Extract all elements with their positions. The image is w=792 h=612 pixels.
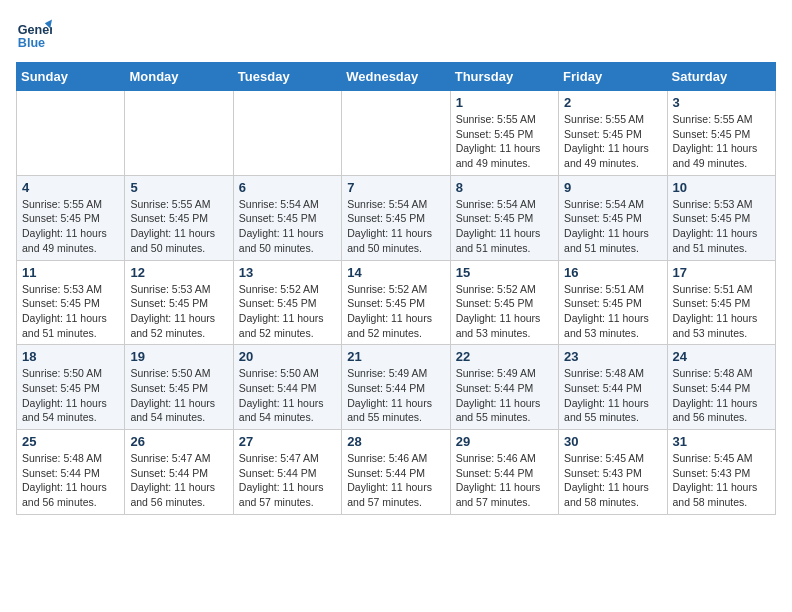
day-number: 10	[673, 180, 770, 195]
day-number: 22	[456, 349, 553, 364]
day-info: Sunrise: 5:52 AM Sunset: 5:45 PM Dayligh…	[347, 282, 444, 341]
day-number: 14	[347, 265, 444, 280]
day-info: Sunrise: 5:46 AM Sunset: 5:44 PM Dayligh…	[456, 451, 553, 510]
day-info: Sunrise: 5:50 AM Sunset: 5:44 PM Dayligh…	[239, 366, 336, 425]
calendar-cell: 17Sunrise: 5:51 AM Sunset: 5:45 PM Dayli…	[667, 260, 775, 345]
week-row-2: 4Sunrise: 5:55 AM Sunset: 5:45 PM Daylig…	[17, 175, 776, 260]
calendar-cell: 28Sunrise: 5:46 AM Sunset: 5:44 PM Dayli…	[342, 430, 450, 515]
calendar-cell	[17, 91, 125, 176]
calendar-cell: 7Sunrise: 5:54 AM Sunset: 5:45 PM Daylig…	[342, 175, 450, 260]
day-info: Sunrise: 5:54 AM Sunset: 5:45 PM Dayligh…	[239, 197, 336, 256]
day-info: Sunrise: 5:49 AM Sunset: 5:44 PM Dayligh…	[347, 366, 444, 425]
day-info: Sunrise: 5:54 AM Sunset: 5:45 PM Dayligh…	[564, 197, 661, 256]
day-number: 23	[564, 349, 661, 364]
day-number: 18	[22, 349, 119, 364]
day-number: 9	[564, 180, 661, 195]
calendar-cell: 29Sunrise: 5:46 AM Sunset: 5:44 PM Dayli…	[450, 430, 558, 515]
calendar-cell: 19Sunrise: 5:50 AM Sunset: 5:45 PM Dayli…	[125, 345, 233, 430]
calendar-cell	[125, 91, 233, 176]
calendar-cell: 12Sunrise: 5:53 AM Sunset: 5:45 PM Dayli…	[125, 260, 233, 345]
calendar-cell: 9Sunrise: 5:54 AM Sunset: 5:45 PM Daylig…	[559, 175, 667, 260]
calendar-cell: 26Sunrise: 5:47 AM Sunset: 5:44 PM Dayli…	[125, 430, 233, 515]
calendar-cell: 20Sunrise: 5:50 AM Sunset: 5:44 PM Dayli…	[233, 345, 341, 430]
day-info: Sunrise: 5:54 AM Sunset: 5:45 PM Dayligh…	[347, 197, 444, 256]
calendar-cell: 23Sunrise: 5:48 AM Sunset: 5:44 PM Dayli…	[559, 345, 667, 430]
logo: General Blue	[16, 16, 56, 52]
day-number: 7	[347, 180, 444, 195]
calendar-cell: 18Sunrise: 5:50 AM Sunset: 5:45 PM Dayli…	[17, 345, 125, 430]
day-number: 20	[239, 349, 336, 364]
day-number: 29	[456, 434, 553, 449]
day-number: 31	[673, 434, 770, 449]
calendar-cell: 25Sunrise: 5:48 AM Sunset: 5:44 PM Dayli…	[17, 430, 125, 515]
day-info: Sunrise: 5:55 AM Sunset: 5:45 PM Dayligh…	[456, 112, 553, 171]
day-info: Sunrise: 5:47 AM Sunset: 5:44 PM Dayligh…	[130, 451, 227, 510]
calendar-cell: 4Sunrise: 5:55 AM Sunset: 5:45 PM Daylig…	[17, 175, 125, 260]
calendar-cell: 11Sunrise: 5:53 AM Sunset: 5:45 PM Dayli…	[17, 260, 125, 345]
calendar-cell: 31Sunrise: 5:45 AM Sunset: 5:43 PM Dayli…	[667, 430, 775, 515]
calendar-table: SundayMondayTuesdayWednesdayThursdayFrid…	[16, 62, 776, 515]
calendar-cell: 24Sunrise: 5:48 AM Sunset: 5:44 PM Dayli…	[667, 345, 775, 430]
page-header: General Blue	[16, 16, 776, 52]
day-info: Sunrise: 5:55 AM Sunset: 5:45 PM Dayligh…	[564, 112, 661, 171]
day-info: Sunrise: 5:53 AM Sunset: 5:45 PM Dayligh…	[673, 197, 770, 256]
day-info: Sunrise: 5:54 AM Sunset: 5:45 PM Dayligh…	[456, 197, 553, 256]
day-info: Sunrise: 5:55 AM Sunset: 5:45 PM Dayligh…	[22, 197, 119, 256]
day-info: Sunrise: 5:55 AM Sunset: 5:45 PM Dayligh…	[130, 197, 227, 256]
calendar-cell: 27Sunrise: 5:47 AM Sunset: 5:44 PM Dayli…	[233, 430, 341, 515]
day-info: Sunrise: 5:45 AM Sunset: 5:43 PM Dayligh…	[673, 451, 770, 510]
calendar-cell: 30Sunrise: 5:45 AM Sunset: 5:43 PM Dayli…	[559, 430, 667, 515]
week-row-5: 25Sunrise: 5:48 AM Sunset: 5:44 PM Dayli…	[17, 430, 776, 515]
day-info: Sunrise: 5:47 AM Sunset: 5:44 PM Dayligh…	[239, 451, 336, 510]
svg-text:Blue: Blue	[18, 36, 45, 50]
day-number: 1	[456, 95, 553, 110]
day-info: Sunrise: 5:50 AM Sunset: 5:45 PM Dayligh…	[22, 366, 119, 425]
weekday-header-sunday: Sunday	[17, 63, 125, 91]
day-number: 8	[456, 180, 553, 195]
day-info: Sunrise: 5:53 AM Sunset: 5:45 PM Dayligh…	[22, 282, 119, 341]
day-number: 21	[347, 349, 444, 364]
day-info: Sunrise: 5:45 AM Sunset: 5:43 PM Dayligh…	[564, 451, 661, 510]
day-info: Sunrise: 5:49 AM Sunset: 5:44 PM Dayligh…	[456, 366, 553, 425]
day-number: 19	[130, 349, 227, 364]
weekday-header-monday: Monday	[125, 63, 233, 91]
day-info: Sunrise: 5:55 AM Sunset: 5:45 PM Dayligh…	[673, 112, 770, 171]
day-number: 25	[22, 434, 119, 449]
calendar-cell: 10Sunrise: 5:53 AM Sunset: 5:45 PM Dayli…	[667, 175, 775, 260]
day-number: 26	[130, 434, 227, 449]
day-info: Sunrise: 5:48 AM Sunset: 5:44 PM Dayligh…	[22, 451, 119, 510]
weekday-header-saturday: Saturday	[667, 63, 775, 91]
calendar-cell: 6Sunrise: 5:54 AM Sunset: 5:45 PM Daylig…	[233, 175, 341, 260]
week-row-3: 11Sunrise: 5:53 AM Sunset: 5:45 PM Dayli…	[17, 260, 776, 345]
day-info: Sunrise: 5:48 AM Sunset: 5:44 PM Dayligh…	[673, 366, 770, 425]
calendar-cell: 14Sunrise: 5:52 AM Sunset: 5:45 PM Dayli…	[342, 260, 450, 345]
day-number: 12	[130, 265, 227, 280]
weekday-header-row: SundayMondayTuesdayWednesdayThursdayFrid…	[17, 63, 776, 91]
day-info: Sunrise: 5:52 AM Sunset: 5:45 PM Dayligh…	[239, 282, 336, 341]
calendar-cell	[342, 91, 450, 176]
calendar-cell: 21Sunrise: 5:49 AM Sunset: 5:44 PM Dayli…	[342, 345, 450, 430]
day-number: 27	[239, 434, 336, 449]
day-info: Sunrise: 5:46 AM Sunset: 5:44 PM Dayligh…	[347, 451, 444, 510]
logo-icon: General Blue	[16, 16, 52, 52]
day-info: Sunrise: 5:52 AM Sunset: 5:45 PM Dayligh…	[456, 282, 553, 341]
calendar-cell: 8Sunrise: 5:54 AM Sunset: 5:45 PM Daylig…	[450, 175, 558, 260]
day-number: 2	[564, 95, 661, 110]
weekday-header-tuesday: Tuesday	[233, 63, 341, 91]
day-info: Sunrise: 5:51 AM Sunset: 5:45 PM Dayligh…	[564, 282, 661, 341]
day-number: 11	[22, 265, 119, 280]
day-number: 5	[130, 180, 227, 195]
calendar-cell: 15Sunrise: 5:52 AM Sunset: 5:45 PM Dayli…	[450, 260, 558, 345]
calendar-cell: 22Sunrise: 5:49 AM Sunset: 5:44 PM Dayli…	[450, 345, 558, 430]
day-info: Sunrise: 5:48 AM Sunset: 5:44 PM Dayligh…	[564, 366, 661, 425]
day-number: 30	[564, 434, 661, 449]
day-number: 6	[239, 180, 336, 195]
weekday-header-thursday: Thursday	[450, 63, 558, 91]
calendar-cell: 1Sunrise: 5:55 AM Sunset: 5:45 PM Daylig…	[450, 91, 558, 176]
week-row-1: 1Sunrise: 5:55 AM Sunset: 5:45 PM Daylig…	[17, 91, 776, 176]
weekday-header-wednesday: Wednesday	[342, 63, 450, 91]
day-number: 3	[673, 95, 770, 110]
day-number: 4	[22, 180, 119, 195]
calendar-cell: 3Sunrise: 5:55 AM Sunset: 5:45 PM Daylig…	[667, 91, 775, 176]
day-info: Sunrise: 5:50 AM Sunset: 5:45 PM Dayligh…	[130, 366, 227, 425]
